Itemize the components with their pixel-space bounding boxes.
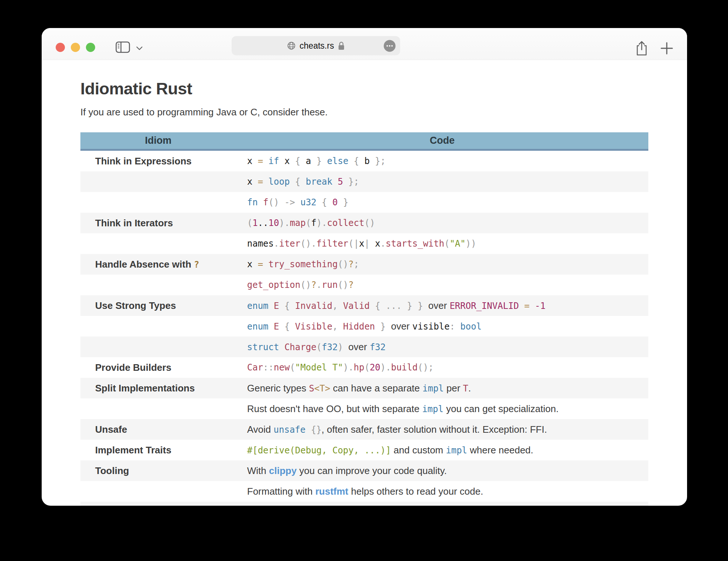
text-segment: . bbox=[274, 238, 279, 249]
text-segment: ) bbox=[316, 218, 322, 228]
text-segment: Rust doesn't have OO, but with separate bbox=[247, 403, 422, 414]
text-segment: enum bbox=[247, 301, 274, 311]
text-segment: iter bbox=[279, 238, 301, 249]
text-segment: a bbox=[306, 156, 316, 166]
text-segment: run bbox=[322, 280, 337, 290]
address-bar[interactable]: cheats.rs bbox=[232, 36, 400, 55]
table-row: x = loop { break 5 }; bbox=[80, 171, 648, 192]
table-row: Rust doesn't have OO, but with separate … bbox=[80, 398, 648, 419]
lock-icon bbox=[338, 41, 345, 50]
browser-toolbar: cheats.rs bbox=[42, 28, 687, 60]
text-segment: }; bbox=[349, 177, 359, 187]
url-text: cheats.rs bbox=[299, 41, 334, 51]
browser-window: cheats.rs bbox=[42, 28, 687, 506]
ellipsis-icon bbox=[384, 40, 396, 52]
idiom-cell: Think in Expressions bbox=[80, 156, 236, 167]
text-segment: (| bbox=[349, 238, 359, 249]
link[interactable]: rustfmt bbox=[315, 486, 349, 497]
text-segment: Implement Traits bbox=[95, 445, 171, 456]
zoom-button[interactable] bbox=[86, 43, 95, 52]
text-segment: over bbox=[349, 341, 370, 352]
text-segment: Handle Absence with bbox=[95, 259, 194, 270]
new-tab-button[interactable] bbox=[661, 42, 673, 56]
text-segment: bool bbox=[460, 321, 482, 332]
text-segment: over bbox=[428, 300, 450, 311]
text-segment: x bbox=[284, 156, 295, 166]
text-segment: -1 bbox=[535, 301, 545, 311]
table-row: ToolingWith clippy you can improve your … bbox=[80, 460, 648, 481]
text-segment: ) bbox=[279, 218, 284, 228]
text-segment: ( bbox=[290, 362, 295, 373]
text-segment: hp bbox=[354, 362, 364, 373]
text-segment: impl bbox=[446, 445, 467, 456]
text-segment: new bbox=[274, 362, 290, 373]
text-segment: With bbox=[247, 465, 269, 476]
idiom-cell: Split Implementations bbox=[80, 383, 236, 394]
page-content: Idiomatic Rust If you are used to progra… bbox=[42, 80, 687, 506]
code-cell: x = try_something()?; bbox=[236, 259, 648, 269]
idiom-cell: Unsafe bbox=[80, 424, 236, 435]
text-segment: . bbox=[316, 280, 322, 290]
text-segment: Tooling bbox=[95, 465, 129, 476]
text-segment: x bbox=[247, 156, 258, 166]
table-row: struct Charge(f32) over f32 bbox=[80, 337, 648, 357]
idiom-cell: Implement Traits bbox=[80, 445, 236, 456]
text-segment: Invalid bbox=[295, 301, 332, 311]
table-row: Use Strong Typesenum E { Invalid, Valid … bbox=[80, 295, 648, 316]
text-segment: "Model T" bbox=[295, 362, 343, 373]
plus-icon bbox=[661, 42, 673, 55]
minimize-button[interactable] bbox=[71, 43, 80, 52]
table-body: Think in Expressionsx = if x { a } else … bbox=[80, 151, 648, 506]
close-button[interactable] bbox=[56, 43, 65, 52]
tab-overview-button[interactable] bbox=[136, 45, 143, 52]
text-segment: (); bbox=[417, 362, 433, 373]
text-segment: fn bbox=[247, 197, 263, 208]
chevron-down-icon bbox=[136, 46, 143, 50]
text-segment: Visible bbox=[295, 321, 332, 332]
text-segment: , bbox=[332, 301, 343, 311]
text-segment: ? bbox=[311, 280, 316, 290]
text-segment: f32 bbox=[370, 342, 385, 352]
text-segment: . bbox=[349, 362, 354, 373]
text-segment: enum bbox=[247, 321, 274, 332]
text-segment: () bbox=[268, 197, 284, 208]
text-segment: per bbox=[444, 383, 463, 394]
text-segment: try_something bbox=[268, 259, 338, 269]
code-cell: enum E { Visible, Hidden } over visible:… bbox=[236, 321, 648, 332]
idiom-cell: Provide Builders bbox=[80, 362, 236, 373]
text-segment: () bbox=[364, 218, 375, 228]
share-button[interactable] bbox=[635, 41, 649, 58]
text-segment: :: bbox=[263, 362, 274, 373]
text-segment: () bbox=[301, 280, 311, 290]
code-cell: x = if x { a } else { b }; bbox=[236, 156, 648, 166]
table-row: fn f() -> u32 { 0 } bbox=[80, 192, 648, 213]
text-segment: { bbox=[284, 301, 295, 311]
text-segment: #[derive(Debug, Copy, ...)] bbox=[247, 445, 391, 456]
text-segment: -> bbox=[284, 197, 300, 208]
text-segment: if bbox=[268, 156, 284, 166]
sidebar-toggle-button[interactable] bbox=[115, 41, 130, 53]
text-segment: Split Implementations bbox=[95, 383, 195, 394]
idiom-cell: Use Strong Types bbox=[80, 300, 236, 311]
text-segment: 10 bbox=[268, 218, 279, 228]
text-segment: ... bbox=[386, 301, 407, 311]
text-segment: filter bbox=[316, 238, 349, 249]
table-row: Implement Traits#[derive(Debug, Copy, ..… bbox=[80, 440, 648, 460]
code-cell: enum E { Invalid, Valid { ... } } over E… bbox=[236, 300, 648, 311]
link[interactable]: clippy bbox=[269, 465, 297, 476]
text-segment: impl bbox=[422, 404, 444, 414]
text-segment: ( bbox=[247, 218, 252, 228]
text-segment: { bbox=[295, 177, 306, 187]
text-segment: . bbox=[284, 218, 290, 228]
text-segment: where needed. bbox=[467, 445, 533, 456]
text-segment: names bbox=[247, 238, 274, 249]
table-row: Think in Iterators(1..10).map(f).collect… bbox=[80, 213, 648, 233]
text-segment: { bbox=[354, 156, 364, 166]
text-segment: ? bbox=[194, 259, 199, 270]
text-segment: Think in Expressions bbox=[95, 156, 192, 167]
page-menu-button[interactable] bbox=[384, 40, 396, 53]
text-segment: u32 bbox=[301, 197, 322, 208]
text-segment: S bbox=[309, 383, 314, 394]
table-row: get_option()?.run()? bbox=[80, 275, 648, 295]
text-segment: starts_with bbox=[386, 238, 444, 249]
